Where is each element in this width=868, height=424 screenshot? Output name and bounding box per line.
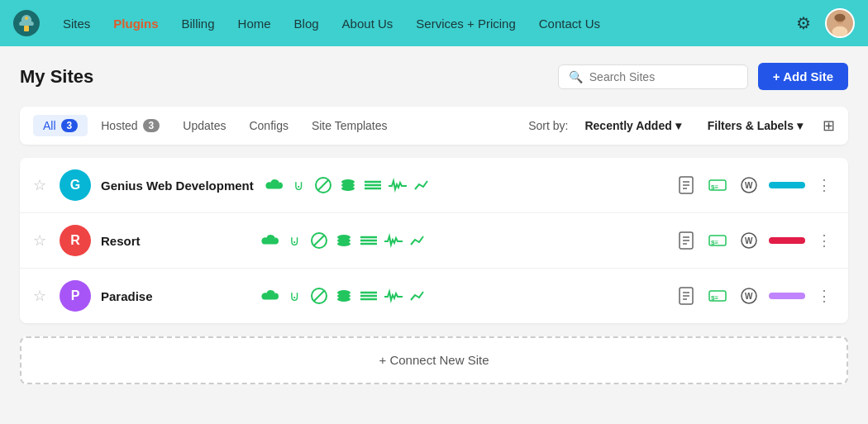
color-label-bar[interactable] bbox=[769, 237, 805, 244]
sync-icon bbox=[359, 231, 379, 250]
svg-point-5 bbox=[832, 26, 848, 37]
notes-icon[interactable] bbox=[675, 284, 698, 307]
notes-icon[interactable] bbox=[675, 174, 698, 197]
wordpress-icon[interactable]: W bbox=[737, 174, 761, 197]
performance-icon bbox=[384, 286, 403, 306]
avatar[interactable] bbox=[825, 8, 855, 38]
table-row: ☆ P Paradise ⊍ bbox=[20, 269, 848, 323]
svg-point-7 bbox=[834, 14, 845, 21]
more-options-icon[interactable]: ⋮ bbox=[813, 228, 835, 253]
connect-text: + Connect New Site bbox=[379, 353, 489, 367]
nav-blog[interactable]: Blog bbox=[284, 12, 329, 36]
nav-sites[interactable]: Sites bbox=[53, 12, 100, 36]
site-plugin-icons: ⊍ bbox=[260, 286, 665, 306]
logo[interactable] bbox=[13, 10, 40, 36]
backup-icon bbox=[334, 231, 354, 250]
analytics-icon bbox=[413, 175, 432, 195]
nav-links: Sites Plugins Billing Home Blog About Us… bbox=[53, 12, 787, 36]
sync-icon bbox=[363, 175, 383, 195]
nav-home[interactable]: Home bbox=[228, 12, 281, 36]
nav-about[interactable]: About Us bbox=[332, 12, 403, 36]
wordpress-icon[interactable]: W bbox=[737, 229, 761, 252]
svg-text:W: W bbox=[745, 236, 753, 245]
nav-contact[interactable]: Contact Us bbox=[529, 12, 610, 36]
performance-icon bbox=[384, 231, 403, 250]
tab-updates[interactable]: Updates bbox=[173, 115, 236, 136]
backup-icon bbox=[338, 175, 358, 195]
notes-icon[interactable] bbox=[675, 229, 698, 252]
site-name[interactable]: Genius Web Development bbox=[101, 179, 254, 193]
add-site-button[interactable]: + Add Site bbox=[758, 63, 848, 90]
table-row: ☆ G Genius Web Development ⊍ bbox=[20, 158, 848, 213]
sort-label: Sort by: bbox=[528, 119, 568, 132]
svg-point-12 bbox=[341, 186, 355, 191]
svg-point-28 bbox=[337, 241, 351, 246]
filter-tabs: All 3 Hosted 3 Updates Configs Site Temp… bbox=[20, 107, 848, 145]
site-name[interactable]: Paradise bbox=[101, 289, 250, 303]
page-title: My Sites bbox=[20, 66, 558, 88]
tab-configs[interactable]: Configs bbox=[239, 115, 298, 136]
search-bar[interactable]: 🔍 bbox=[558, 64, 748, 89]
table-row: ☆ R Resort ⊍ bbox=[20, 213, 848, 269]
color-label-bar[interactable] bbox=[769, 293, 805, 299]
filters-button[interactable]: Filters & Labels ▾ bbox=[699, 115, 811, 136]
nav-billing[interactable]: Billing bbox=[172, 12, 225, 36]
svg-point-44 bbox=[337, 297, 351, 302]
wordpress-icon[interactable]: W bbox=[737, 284, 761, 307]
billing-icon[interactable]: $≡ bbox=[706, 284, 729, 307]
svg-text:W: W bbox=[745, 181, 753, 190]
site-actions: $≡ W ⋮ bbox=[675, 173, 835, 198]
security-icon bbox=[313, 175, 333, 195]
uptime-icon: ⊍ bbox=[284, 286, 304, 306]
navbar-right: ⚙ bbox=[790, 8, 855, 38]
tab-site-templates[interactable]: Site Templates bbox=[302, 115, 398, 136]
backup-icon bbox=[334, 286, 354, 306]
analytics-icon bbox=[408, 231, 428, 250]
analytics-icon bbox=[408, 286, 428, 306]
svg-line-9 bbox=[318, 180, 328, 190]
nav-plugins[interactable]: Plugins bbox=[103, 12, 168, 36]
security-icon bbox=[309, 286, 329, 306]
color-label-bar[interactable] bbox=[769, 182, 805, 188]
more-options-icon[interactable]: ⋮ bbox=[813, 173, 835, 198]
header-row: My Sites 🔍 + Add Site bbox=[20, 63, 848, 90]
svg-text:$≡: $≡ bbox=[711, 239, 718, 246]
cloud-icon bbox=[260, 286, 279, 306]
uptime-icon: ⊍ bbox=[289, 175, 308, 195]
star-icon[interactable]: ☆ bbox=[33, 176, 50, 194]
security-icon bbox=[309, 231, 329, 250]
site-plugin-icons: ⊍ bbox=[264, 175, 665, 195]
svg-line-25 bbox=[314, 236, 324, 245]
billing-icon[interactable]: $≡ bbox=[706, 229, 729, 252]
svg-text:$≡: $≡ bbox=[711, 294, 718, 302]
site-plugin-icons: ⊍ bbox=[260, 231, 665, 250]
performance-icon bbox=[388, 175, 408, 195]
chevron-down-icon: ▾ bbox=[797, 119, 803, 132]
cloud-icon bbox=[264, 175, 284, 195]
site-actions: $≡ W ⋮ bbox=[675, 283, 835, 308]
billing-icon[interactable]: $≡ bbox=[706, 174, 729, 197]
svg-text:$≡: $≡ bbox=[711, 183, 718, 191]
more-options-icon[interactable]: ⋮ bbox=[813, 283, 835, 308]
star-icon[interactable]: ☆ bbox=[33, 287, 50, 305]
site-name[interactable]: Resort bbox=[101, 234, 250, 248]
connect-new-site-button[interactable]: + Connect New Site bbox=[20, 336, 848, 384]
svg-point-2 bbox=[25, 17, 28, 20]
site-actions: $≡ W ⋮ bbox=[675, 228, 835, 253]
search-input[interactable] bbox=[589, 70, 737, 83]
site-avatar: R bbox=[60, 225, 91, 256]
uptime-icon: ⊍ bbox=[284, 231, 304, 250]
cloud-icon bbox=[260, 231, 279, 250]
sync-icon bbox=[359, 286, 379, 306]
tab-all[interactable]: All 3 bbox=[33, 115, 88, 136]
sort-dropdown[interactable]: Recently Added ▾ bbox=[576, 115, 689, 136]
gear-icon[interactable]: ⚙ bbox=[790, 10, 817, 36]
svg-line-41 bbox=[314, 291, 324, 301]
main-content: My Sites 🔍 + Add Site All 3 Hosted 3 Upd… bbox=[0, 46, 868, 424]
nav-services[interactable]: Services + Pricing bbox=[406, 12, 525, 36]
star-icon[interactable]: ☆ bbox=[33, 231, 50, 250]
site-avatar: G bbox=[60, 169, 91, 201]
navbar: Sites Plugins Billing Home Blog About Us… bbox=[0, 0, 868, 46]
tab-hosted[interactable]: Hosted 3 bbox=[91, 115, 169, 136]
grid-view-icon[interactable]: ⊞ bbox=[823, 117, 835, 135]
